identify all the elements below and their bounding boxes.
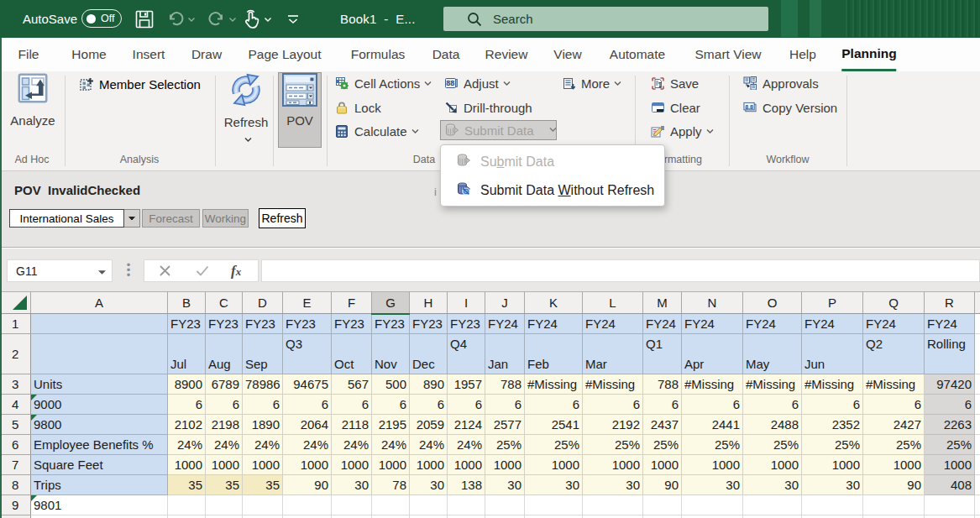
- svg-text:8.8: 8.8: [745, 103, 753, 109]
- svg-text:88: 88: [446, 79, 454, 87]
